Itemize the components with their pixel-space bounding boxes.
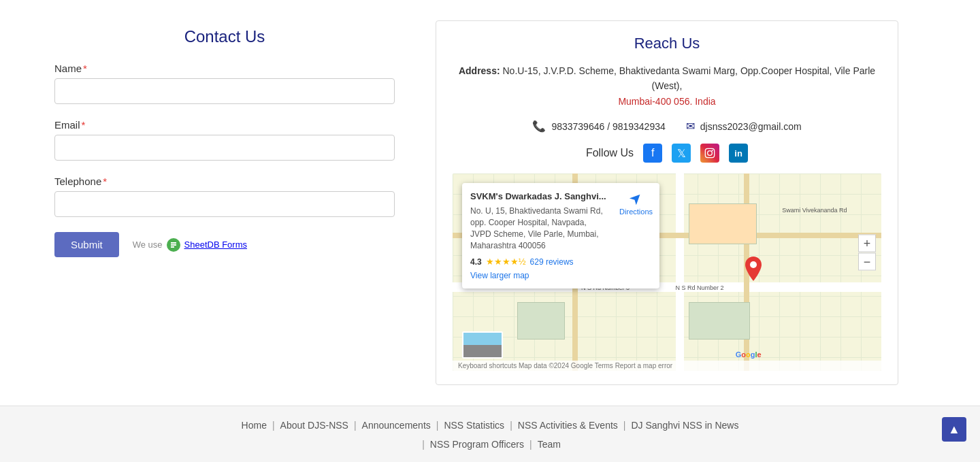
rating-number: 4.3 <box>470 257 482 267</box>
footer-link-activities[interactable]: NSS Activities & Events <box>518 420 618 431</box>
facebook-icon[interactable]: f <box>643 144 662 163</box>
footer-link-announcements[interactable]: Announcements <box>362 420 431 431</box>
sheetdb-icon <box>167 238 180 252</box>
map-footer-text: Keyboard shortcuts Map data ©2024 Google… <box>458 362 672 369</box>
map-background: N S Rd Number 3 N S Rd Number 2 Swami Vi… <box>453 174 881 371</box>
contact-section: Contact Us Name* Email* Telephone* Submi… <box>54 20 395 385</box>
footer-nav: Home | About DJS-NSS | Announcements | N… <box>27 420 953 431</box>
telephone-required: * <box>103 176 107 187</box>
instagram-icon[interactable] <box>700 144 719 163</box>
submit-button[interactable]: Submit <box>54 232 119 257</box>
reviews-link[interactable]: 629 reviews <box>530 257 574 267</box>
telephone-form-group: Telephone* <box>54 176 395 217</box>
address-block: Address: No.U-15, J.V.P.D. Scheme, Bhakt… <box>453 63 881 109</box>
telephone-label: Telephone* <box>54 176 395 187</box>
email-address: djsnss2023@gmail.com <box>700 121 802 132</box>
phone-icon: 📞 <box>532 120 546 133</box>
scroll-top-button[interactable]: ▲ <box>942 417 966 442</box>
name-form-group: Name* <box>54 63 395 104</box>
contact-info-row: 📞 9833739646 / 9819342934 ✉ djsnss2023@g… <box>453 120 881 133</box>
submit-row: Submit We use SheetDB Forms <box>54 232 395 257</box>
phone-info: 📞 9833739646 / 9819342934 <box>532 120 665 133</box>
svg-point-1 <box>708 151 713 156</box>
footer-link-nss-statistics[interactable]: NSS Statistics <box>444 420 504 431</box>
follow-us-row: Follow Us f 𝕏 in <box>453 144 881 163</box>
name-label: Name* <box>54 63 395 74</box>
email-form-group: Email* <box>54 119 395 161</box>
zoom-in-button[interactable]: + <box>858 235 876 252</box>
footer: Home | About DJS-NSS | Announcements | N… <box>0 406 980 462</box>
footer-link-home[interactable]: Home <box>242 420 267 431</box>
map-popup-rating: 4.3 ★★★★½ 629 reviews <box>470 257 651 267</box>
view-larger-link[interactable]: View larger map <box>470 271 651 280</box>
map-popup: SVKM's Dwarkadas J. Sanghvi... No. U, 15… <box>462 183 659 288</box>
zoom-controls: + − <box>858 235 876 271</box>
map-marker <box>745 257 762 278</box>
linkedin-icon[interactable]: in <box>729 144 748 163</box>
svg-point-3 <box>750 261 757 268</box>
address-text: No.U-15, J.V.P.D. Scheme, Bhaktivedanta … <box>503 65 876 91</box>
address-city-link[interactable]: Mumbai-400 056. India <box>618 96 715 107</box>
footer-link-officers[interactable]: NSS Program Officers <box>430 439 524 450</box>
map-footer: Keyboard shortcuts Map data ©2024 Google… <box>453 361 881 371</box>
follow-label: Follow Us <box>586 147 634 159</box>
contact-title: Contact Us <box>54 27 395 46</box>
footer-nav-2: | NSS Program Officers | Team <box>27 439 953 450</box>
telephone-input[interactable] <box>54 191 395 217</box>
map-container: N S Rd Number 3 N S Rd Number 2 Swami Vi… <box>453 174 881 371</box>
reach-title: Reach Us <box>453 35 881 52</box>
twitter-icon[interactable]: 𝕏 <box>672 144 691 163</box>
footer-link-team[interactable]: Team <box>538 439 561 450</box>
name-input[interactable] <box>54 78 395 104</box>
footer-link-about[interactable]: About DJS-NSS <box>280 420 348 431</box>
address-label: Address: <box>459 65 500 76</box>
svg-rect-0 <box>705 149 714 158</box>
zoom-out-button[interactable]: − <box>858 253 876 271</box>
street-view-thumbnail <box>462 331 503 359</box>
name-required: * <box>83 63 87 74</box>
sheetdb-link[interactable]: SheetDB Forms <box>184 240 247 250</box>
email-info: ✉ djsnss2023@gmail.com <box>686 120 802 133</box>
svg-point-2 <box>712 150 713 152</box>
email-input[interactable] <box>54 135 395 161</box>
email-required: * <box>82 119 86 131</box>
google-logo: Google <box>736 350 762 359</box>
stars: ★★★★½ <box>486 257 526 267</box>
email-icon: ✉ <box>686 120 695 133</box>
footer-link-news[interactable]: DJ Sanghvi NSS in News <box>631 420 738 431</box>
phone-number: 9833739646 / 9819342934 <box>551 121 665 132</box>
email-label: Email* <box>54 119 395 131</box>
scroll-top-icon: ▲ <box>948 423 960 437</box>
reach-section: Reach Us Address: No.U-15, J.V.P.D. Sche… <box>436 20 898 385</box>
sheetdb-note: We use SheetDB Forms <box>133 238 247 252</box>
